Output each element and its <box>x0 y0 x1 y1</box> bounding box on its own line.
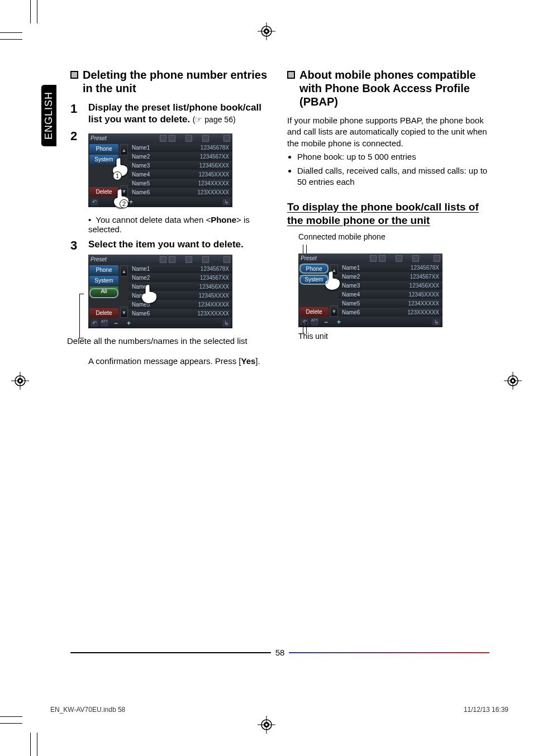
svg-point-4 <box>265 30 268 32</box>
pbap-paragraph: If your mobile phone supports PBAP, the … <box>287 115 488 149</box>
list-row[interactable]: Name3123456XXX <box>129 283 232 291</box>
battery-icon <box>202 135 209 142</box>
preset-label: Preset <box>91 135 107 141</box>
print-footer: EN_KW-AV70EU.indb 58 11/12/13 16:39 <box>50 706 508 714</box>
device-screenshot-3: Preset Phone System Del <box>298 253 442 327</box>
preset-label: Preset <box>301 255 317 261</box>
status-icon <box>185 256 192 263</box>
status-icon <box>370 255 377 262</box>
bullet-calls: Dialled calls, received calls, and misse… <box>297 165 488 188</box>
scroll-down-button[interactable]: ▼ <box>330 305 338 317</box>
list-row[interactable]: Name51234XXXXX <box>129 300 232 309</box>
back-icon[interactable]: ↶ <box>91 199 98 205</box>
language-tab: ENGLISH <box>41 85 56 146</box>
highlight-all-button <box>89 288 118 298</box>
footer-file: EN_KW-AV70EU.indb 58 <box>50 706 125 714</box>
registration-mark-icon <box>258 22 275 40</box>
att-icon[interactable]: ATT <box>101 320 108 327</box>
svg-point-14 <box>512 380 514 382</box>
delete-all-caption: Delete all the numbers/names in the sele… <box>67 336 272 346</box>
list-row[interactable]: Name6123XXXXXX <box>339 308 442 317</box>
preset-label: Preset <box>91 256 107 262</box>
status-icon <box>396 255 402 262</box>
registration-mark-icon <box>258 716 275 734</box>
list-row[interactable]: Name412345XXXX <box>129 170 232 179</box>
list-row[interactable]: Name3123456XXX <box>129 161 232 170</box>
list-row[interactable]: Name112345678X <box>339 264 442 272</box>
status-icon <box>160 135 166 142</box>
scroll-up-button[interactable]: ▲ <box>330 264 338 275</box>
scroll-up-button[interactable]: ▲ <box>120 144 128 155</box>
list-row[interactable]: Name21234567XX <box>129 274 232 282</box>
section-title: Deleting the phone number entries in the… <box>83 68 272 95</box>
side-button-delete[interactable]: Delete <box>89 187 118 197</box>
scroll-down-button[interactable]: ▼ <box>120 307 128 318</box>
step-marker-1: 1 <box>113 171 122 180</box>
list-row[interactable]: Name412345XXXX <box>129 291 232 300</box>
callout-line <box>303 322 303 334</box>
side-button-system[interactable]: System <box>89 276 118 285</box>
callout-line <box>306 322 307 334</box>
list-row[interactable]: Name51234XXXXX <box>129 179 232 188</box>
section-heading-delete: Deleting the phone number entries in the… <box>70 68 272 95</box>
battery-icon <box>202 256 209 263</box>
callout-bracket <box>79 294 84 338</box>
square-bullet-icon <box>287 71 295 79</box>
highlight-phone-button <box>299 264 329 274</box>
side-button-delete[interactable]: Delete <box>299 307 329 317</box>
caption-connected-phone: Connected mobile phone <box>298 232 488 241</box>
page-number-rule: 58 <box>70 648 489 657</box>
scroll-down-button[interactable]: ▼ <box>120 185 128 197</box>
highlight-system-button <box>299 275 329 285</box>
back-icon[interactable]: ↶ <box>301 319 308 326</box>
scroll-up-button[interactable]: ▲ <box>120 265 128 276</box>
list-row[interactable]: Name21234567XX <box>339 272 442 281</box>
confirmation-text: A confirmation message appears. Press [Y… <box>88 356 272 367</box>
square-bullet-icon <box>70 71 78 79</box>
caption-this-unit: This unit <box>298 332 488 341</box>
exit-icon[interactable]: ↳ <box>222 320 230 327</box>
status-icon <box>169 135 175 142</box>
list-row[interactable]: Name112345678X <box>129 265 232 273</box>
step-number-1: 1 <box>70 102 83 126</box>
step-number-2: 2 <box>70 129 83 212</box>
volume-down-button[interactable]: − <box>111 319 121 327</box>
exit-icon[interactable]: ↳ <box>222 199 230 205</box>
status-icon <box>160 256 166 263</box>
svg-point-19 <box>265 724 268 726</box>
status-icon <box>379 255 386 262</box>
step-3-text: Select the item you want to delete. <box>88 239 244 250</box>
home-icon <box>223 135 230 142</box>
back-icon[interactable]: ↶ <box>91 320 98 327</box>
volume-up-button[interactable]: + <box>123 319 134 327</box>
step-2-note: • You cannot delete data when <Phone> is… <box>88 215 272 234</box>
section-title: About mobile phones compatible with Phon… <box>299 68 488 108</box>
battery-icon <box>412 255 419 262</box>
list-row[interactable]: Name51234XXXXX <box>339 299 442 308</box>
section-heading-pbap: About mobile phones compatible with Phon… <box>287 68 488 108</box>
registration-mark-icon <box>11 372 29 390</box>
list-row[interactable]: Name412345XXXX <box>339 290 442 299</box>
list-row[interactable]: Name6123XXXXXX <box>129 188 232 197</box>
subsection-title: To display the phone book/call lists of … <box>287 200 488 228</box>
list-row[interactable]: Name21234567XX <box>129 152 232 161</box>
side-button-system[interactable]: System <box>89 155 118 164</box>
registration-mark-icon <box>504 372 522 390</box>
volume-up-button[interactable]: + <box>334 318 344 326</box>
exit-icon[interactable]: ↳ <box>432 319 440 326</box>
side-button-phone[interactable]: Phone <box>89 144 118 154</box>
step-marker-2: 2 <box>120 199 129 208</box>
list-row[interactable]: Name112345678X <box>129 143 232 152</box>
device-screenshot-2: Preset Phone System <box>88 255 232 328</box>
status-icon <box>185 135 192 142</box>
home-icon <box>434 255 440 262</box>
list-row[interactable]: Name3123456XXX <box>339 281 442 290</box>
att-icon[interactable]: ATT <box>311 319 318 326</box>
list-row[interactable]: Name6123XXXXXX <box>129 309 232 318</box>
side-button-phone[interactable]: Phone <box>89 265 118 275</box>
volume-down-button[interactable]: − <box>321 318 331 326</box>
step-1-page-ref: (☞ page 56) <box>193 115 236 124</box>
side-button-delete[interactable]: Delete <box>89 308 118 318</box>
svg-point-9 <box>19 380 21 382</box>
footer-timestamp: 11/12/13 16:39 <box>464 706 508 714</box>
